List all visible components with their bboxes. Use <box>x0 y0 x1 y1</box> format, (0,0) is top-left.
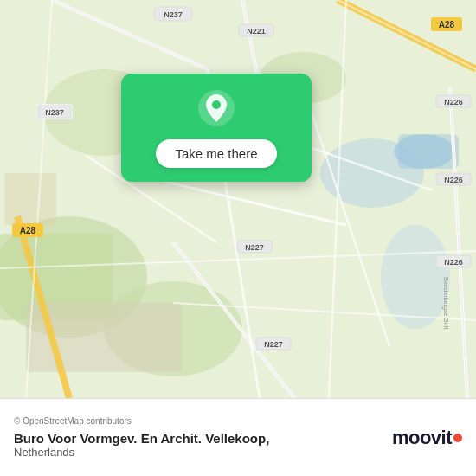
svg-text:A28: A28 <box>439 20 455 29</box>
svg-text:N226: N226 <box>444 258 463 267</box>
moovit-logo: moovit <box>392 427 462 449</box>
svg-text:N237: N237 <box>164 10 183 19</box>
info-bar: © OpenStreetMap contributors Buro Voor V… <box>0 398 476 476</box>
take-me-there-button[interactable]: Take me there <box>156 139 276 168</box>
svg-text:N226: N226 <box>444 98 463 106</box>
svg-rect-9 <box>4 173 56 225</box>
moovit-logo-text: moovit <box>392 427 452 449</box>
svg-point-4 <box>381 225 450 329</box>
svg-text:A28: A28 <box>20 226 36 235</box>
svg-text:N227: N227 <box>245 243 264 252</box>
svg-text:N227: N227 <box>264 340 283 349</box>
location-info: © OpenStreetMap contributors Buro Voor V… <box>14 416 269 459</box>
svg-text:N237: N237 <box>45 108 64 117</box>
svg-rect-11 <box>398 134 459 169</box>
location-country: Netherlands <box>14 446 269 459</box>
copyright-text: © OpenStreetMap contributors <box>14 416 269 426</box>
svg-text:N221: N221 <box>247 27 266 35</box>
location-card: Take me there <box>121 74 312 182</box>
location-name: Buro Voor Vormgev. En Archit. Vellekoop, <box>14 431 269 446</box>
moovit-dot-icon <box>453 434 462 442</box>
svg-text:N226: N226 <box>444 176 463 184</box>
location-pin-icon <box>197 89 235 127</box>
svg-text:Soesterbergse Grift: Soesterbergse Grift <box>442 277 449 330</box>
svg-point-55 <box>212 100 221 109</box>
map-container: N237 N237 N221 A28 A28 N226 N226 N226 N2… <box>0 0 476 398</box>
